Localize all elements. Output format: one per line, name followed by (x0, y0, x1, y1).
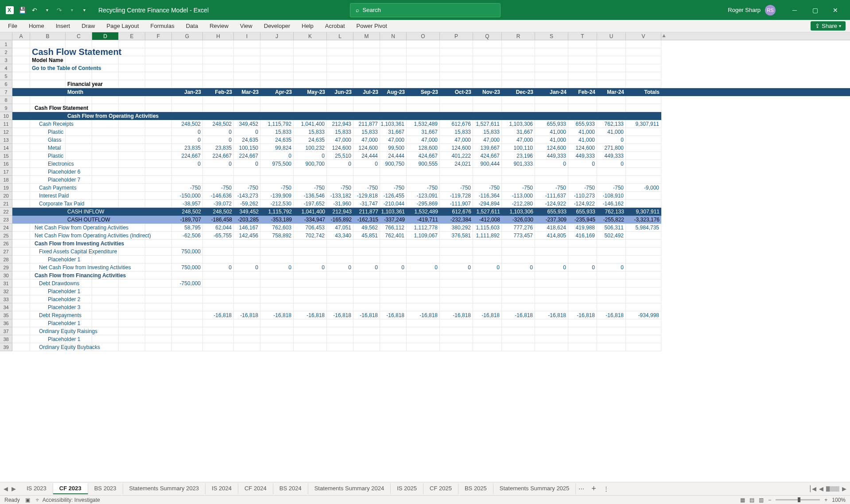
cell[interactable] (92, 128, 119, 136)
cell[interactable] (203, 303, 234, 311)
cell[interactable] (473, 176, 502, 184)
cell[interactable] (353, 40, 380, 48)
cell[interactable] (535, 327, 568, 335)
cell[interactable] (119, 343, 145, 351)
cell[interactable]: 900,750 (380, 160, 407, 168)
cell[interactable]: 47,000 (353, 136, 380, 144)
cell[interactable] (568, 112, 597, 120)
cell[interactable] (92, 176, 119, 184)
cell[interactable] (30, 72, 66, 80)
cell[interactable]: 0 (568, 160, 597, 168)
cell[interactable]: -750 (473, 184, 502, 192)
cell[interactable]: Oct-23 (440, 88, 473, 96)
cell[interactable] (12, 264, 30, 271)
cell[interactable] (119, 208, 145, 216)
cell[interactable]: 975,500 (260, 160, 294, 168)
row-header[interactable]: 12 (0, 128, 12, 136)
sheet-tab[interactable]: Statements Summary 2025 (493, 483, 576, 494)
cell[interactable] (119, 192, 145, 200)
cell[interactable]: Sep-23 (407, 88, 440, 96)
cell[interactable]: -934,998 (626, 311, 661, 319)
avatar[interactable]: RS (765, 5, 776, 16)
cell[interactable] (327, 104, 353, 112)
row-header[interactable]: 4 (0, 64, 12, 72)
cell[interactable] (294, 168, 327, 176)
maximize-icon[interactable]: ▢ (805, 7, 825, 14)
cell[interactable] (234, 335, 260, 343)
cell[interactable] (234, 295, 260, 303)
cell[interactable] (92, 152, 119, 160)
cell[interactable] (203, 48, 234, 56)
cell[interactable] (12, 184, 30, 192)
cell[interactable] (626, 343, 661, 351)
cell[interactable] (92, 303, 119, 311)
cell[interactable] (119, 287, 145, 295)
cell[interactable]: 212,943 (327, 208, 353, 216)
column-header-D[interactable]: D (92, 32, 119, 40)
cell[interactable] (535, 56, 568, 64)
cell[interactable]: 0 (234, 128, 260, 136)
cell[interactable]: Fixed Assets Capital Expenditure (30, 248, 66, 256)
cell[interactable] (535, 343, 568, 351)
cell[interactable] (380, 279, 407, 287)
cell[interactable]: 124,600 (440, 144, 473, 152)
cell[interactable] (12, 160, 30, 168)
cell[interactable]: 31,667 (380, 128, 407, 136)
cell[interactable]: -750,000 (172, 279, 203, 287)
cell[interactable] (294, 48, 327, 56)
cell[interactable]: 612,676 (440, 208, 473, 216)
cell[interactable] (535, 279, 568, 287)
sheet-tab[interactable]: CF 2024 (238, 483, 273, 494)
cell[interactable]: Placeholder 1 (30, 335, 66, 343)
cell[interactable] (597, 80, 626, 88)
cell[interactable] (440, 48, 473, 56)
cell[interactable] (407, 279, 440, 287)
cell[interactable]: 419,988 (568, 224, 597, 232)
cell[interactable]: 41,000 (568, 128, 597, 136)
cell[interactable]: Ordinary Equity Buybacks (30, 343, 66, 351)
cell[interactable] (172, 295, 203, 303)
cell[interactable]: Feb-24 (568, 88, 597, 96)
cell[interactable] (30, 216, 66, 224)
cell[interactable] (66, 144, 92, 152)
cell[interactable]: 1,103,361 (380, 208, 407, 216)
cell[interactable] (92, 136, 119, 144)
cell[interactable] (203, 176, 234, 184)
cell[interactable] (92, 120, 119, 128)
cell[interactable] (294, 56, 327, 64)
cell[interactable]: -146,636 (203, 192, 234, 200)
cell[interactable] (119, 144, 145, 152)
cell[interactable] (626, 136, 661, 144)
cell[interactable]: 0 (260, 152, 294, 160)
cell[interactable] (260, 303, 294, 311)
column-header-O[interactable]: O (407, 32, 440, 40)
cell[interactable] (535, 40, 568, 48)
cell[interactable]: -111,907 (440, 200, 473, 208)
cell[interactable] (234, 104, 260, 112)
row-header[interactable]: 3 (0, 56, 12, 64)
cell[interactable]: -110,273 (568, 192, 597, 200)
cell[interactable]: -38,957 (172, 200, 203, 208)
cell[interactable] (145, 144, 172, 152)
cell[interactable] (12, 72, 30, 80)
cell[interactable] (407, 256, 440, 264)
cell[interactable] (12, 327, 30, 335)
cell[interactable] (119, 216, 145, 224)
column-header-G[interactable]: G (172, 32, 203, 40)
cell[interactable]: -126,455 (380, 192, 407, 200)
cell[interactable] (568, 287, 597, 295)
cell[interactable]: -16,818 (203, 311, 234, 319)
cell[interactable] (353, 327, 380, 335)
cell[interactable] (380, 240, 407, 248)
cell[interactable]: -334,947 (294, 216, 327, 224)
cell[interactable] (119, 168, 145, 176)
cell[interactable] (260, 295, 294, 303)
cell[interactable]: 24,444 (380, 152, 407, 160)
cell[interactable]: 1,527,611 (473, 120, 502, 128)
cell[interactable] (119, 136, 145, 144)
cell[interactable]: -750 (294, 184, 327, 192)
cell[interactable] (260, 343, 294, 351)
cell[interactable] (626, 160, 661, 168)
cell[interactable] (597, 56, 626, 64)
cell[interactable] (234, 303, 260, 311)
